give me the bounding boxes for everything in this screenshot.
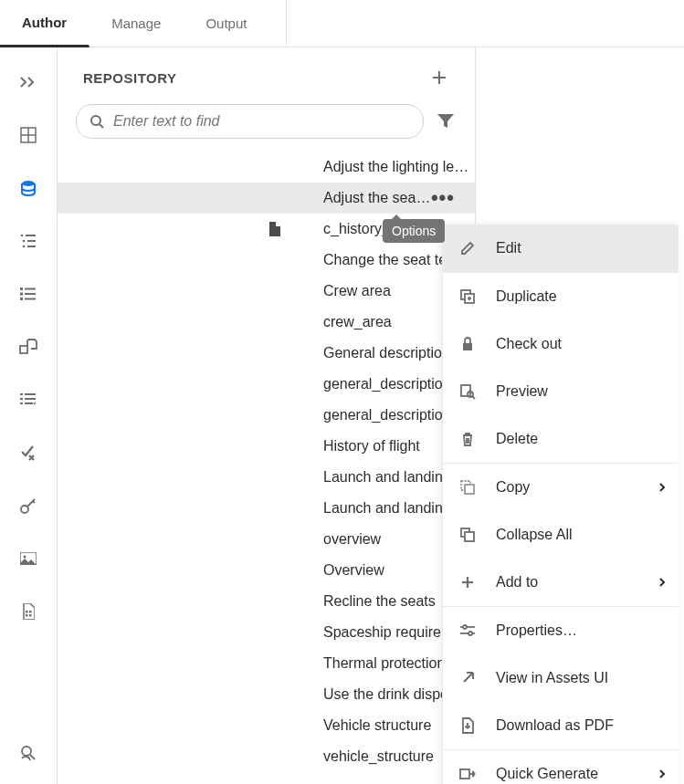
menu-item-edit[interactable]: Edit [443, 225, 679, 272]
tree-item[interactable]: Use the drink dispenser [58, 679, 475, 710]
menu-item-check-out[interactable]: Check out [443, 320, 679, 368]
tree-item-label: overview [323, 531, 381, 548]
duplicate-icon [459, 288, 476, 305]
addto-icon [459, 574, 476, 591]
menu-item-add-to[interactable]: Add to [443, 559, 679, 606]
tree-item-label: Adjust the seat tem… [323, 190, 431, 206]
quick-icon [459, 766, 476, 782]
tree-item[interactable]: Recline the seats [58, 586, 475, 617]
more-options-icon[interactable]: ••• [431, 188, 455, 208]
tree-item[interactable]: Adjust the lighting levels… [58, 152, 475, 183]
menu-item-duplicate[interactable]: Duplicate [443, 273, 679, 320]
tree-item[interactable]: General description [58, 338, 475, 369]
key-icon[interactable] [19, 497, 37, 515]
add-button[interactable] [429, 68, 449, 88]
filter-button[interactable] [435, 110, 457, 132]
list-icon[interactable] [19, 285, 37, 303]
tree-item-label: general_description [323, 376, 451, 392]
repository-tree: Adjust the lighting levels…Adjust the se… [58, 152, 475, 772]
tree-item-label: general_description [323, 407, 451, 423]
chevron-right-icon [658, 482, 666, 493]
find-replace-icon[interactable] [19, 744, 37, 762]
tree-item[interactable]: vehicle_structure [58, 741, 475, 772]
tab-author[interactable]: Author [0, 0, 89, 47]
svg-point-50 [463, 625, 467, 629]
menu-item-label: Add to [496, 574, 538, 591]
svg-rect-5 [26, 235, 36, 236]
tree-item[interactable]: Change the seat tempera [58, 245, 475, 276]
context-menu: EditDuplicateCheck outPreviewDeleteCopyC… [442, 225, 679, 784]
svg-rect-17 [20, 393, 23, 395]
tree-item[interactable]: Adjust the seat tem…••• [58, 183, 475, 214]
search-input[interactable] [113, 113, 410, 130]
reuse-icon[interactable] [19, 338, 37, 356]
svg-rect-14 [20, 298, 23, 300]
svg-rect-12 [20, 293, 23, 296]
svg-rect-15 [25, 298, 36, 300]
tagged-list-icon[interactable] [19, 391, 37, 409]
menu-item-label: Check out [496, 336, 562, 352]
tree-item[interactable]: Vehicle structure [58, 710, 475, 741]
tab-manage[interactable]: Manage [89, 0, 184, 47]
menu-item-delete[interactable]: Delete [443, 415, 679, 463]
menu-item-label: Edit [496, 240, 521, 256]
svg-line-42 [472, 396, 475, 399]
svg-rect-39 [463, 343, 472, 350]
tab-output[interactable]: Output [184, 0, 269, 47]
tree-item[interactable]: crew_area [58, 307, 475, 338]
tree-item-label: vehicle_structure [323, 748, 434, 765]
menu-item-properties-[interactable]: Properties… [443, 607, 679, 654]
properties-icon [459, 622, 476, 639]
svg-point-23 [21, 506, 28, 513]
menu-item-collapse-all[interactable]: Collapse All [443, 511, 679, 559]
tree-item[interactable]: Overview [58, 555, 475, 586]
tree-item[interactable]: overview [58, 524, 475, 555]
tree-item[interactable]: Spaceship requirements [58, 617, 475, 648]
menu-item-preview[interactable]: Preview [443, 368, 679, 415]
tree-item[interactable]: History of flight [58, 431, 475, 462]
tree-item-label: History of flight [323, 438, 420, 455]
svg-point-3 [22, 181, 35, 186]
validate-icon[interactable] [19, 444, 37, 462]
svg-rect-46 [465, 532, 474, 541]
tree-item-label: Recline the seats [323, 593, 436, 610]
svg-rect-20 [25, 398, 36, 400]
repository-icon[interactable] [19, 179, 37, 197]
tree-item-label: Crew area [323, 283, 391, 299]
tree-item[interactable]: Thermal protection [58, 648, 475, 679]
outline-icon[interactable] [19, 232, 37, 250]
tree-item[interactable]: general_description [58, 369, 475, 400]
menu-item-label: Preview [496, 383, 548, 400]
menu-item-copy[interactable]: Copy [443, 464, 679, 511]
tree-item[interactable]: Crew area [58, 276, 475, 307]
template-icon[interactable] [19, 602, 37, 621]
menu-item-download-as-pdf[interactable]: Download as PDF [443, 702, 679, 749]
preview-icon [459, 383, 476, 400]
tree-item[interactable]: Launch and landing site [58, 462, 475, 493]
menu-item-label: Quick Generate [496, 766, 598, 782]
svg-rect-16 [20, 346, 27, 353]
search-input-wrapper[interactable] [76, 104, 424, 139]
svg-rect-7 [27, 240, 36, 242]
menu-item-label: Copy [496, 479, 530, 496]
tree-item[interactable]: Launch and landing site [58, 493, 475, 524]
tree-item[interactable]: general_description [58, 400, 475, 431]
svg-rect-26 [26, 611, 28, 613]
svg-rect-21 [20, 402, 23, 404]
svg-point-30 [22, 747, 31, 756]
svg-rect-10 [20, 287, 23, 290]
left-rail [0, 47, 57, 784]
download-icon [459, 717, 476, 734]
svg-point-52 [468, 632, 472, 635]
repository-panel: REPOSITORY Adjust the lighting levels…Ad… [57, 47, 476, 784]
expand-icon[interactable] [19, 73, 37, 91]
svg-rect-9 [27, 246, 36, 247]
search-icon [89, 114, 104, 129]
tree-item-label: Adjust the lighting levels… [323, 159, 475, 175]
grid-icon[interactable] [19, 126, 37, 144]
menu-item-view-in-assets-ui[interactable]: View in Assets UI [443, 654, 679, 702]
media-icon[interactable] [19, 549, 37, 568]
svg-rect-22 [25, 402, 33, 404]
menu-item-quick-generate[interactable]: Quick Generate [443, 750, 679, 784]
svg-rect-11 [25, 288, 36, 290]
